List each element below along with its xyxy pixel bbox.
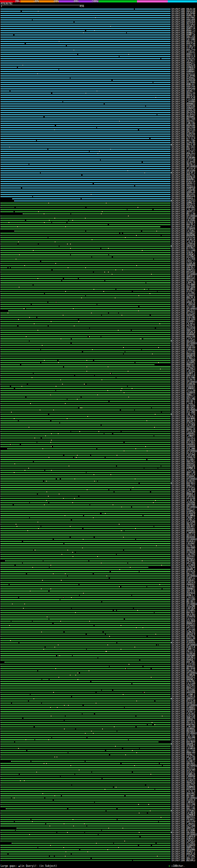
hit-label[interactable]: UniRef100_B9IZT9 [171,40,195,42]
hit-bar[interactable] [1,744,170,745]
hit-label[interactable]: UniRef100_B4FFS2 [171,805,195,808]
hit-bar[interactable] [1,86,170,87]
hit-bar[interactable] [1,798,170,798]
hit-label[interactable]: UniRef100_C0SVW7 [171,542,195,545]
hit-label[interactable]: UniRef100_UPI00019C1F66 [171,538,197,540]
hit-bar[interactable] [1,129,170,130]
hit-bar[interactable] [1,341,170,341]
hit-label[interactable]: UniRef100_Q0JCW3 [171,614,195,616]
hit-label[interactable]: UniRef100_Q8VYN4 [171,504,195,506]
hit-bar[interactable] [1,498,170,499]
hit-label[interactable]: UniRef100_O04892 [171,314,195,316]
hit-bar[interactable] [1,694,170,695]
hit-bar[interactable] [1,420,170,421]
hit-label[interactable]: UniRef100_C5X4L7 [171,402,195,405]
hit-bar[interactable] [1,614,170,615]
hit-label[interactable]: UniRef100_Q9FE39 [171,144,195,146]
hit-label[interactable]: UniRef100_Q9ST91 [171,784,195,786]
hit-label[interactable]: UniRef100_B7FMV2 [171,247,195,249]
hit-bar[interactable] [1,274,170,275]
hit-label[interactable]: UniRef100_Q2V2R5 [171,685,195,687]
hit-label[interactable]: UniRef100_B8BDL3 [171,493,195,495]
hit-bar[interactable] [1,345,170,346]
hit-label[interactable]: UniRef100_B9PW34 [171,176,195,178]
hit-bar[interactable] [1,140,170,141]
hit-bar[interactable] [1,43,170,44]
hit-bar[interactable] [1,851,170,852]
hit-bar[interactable] [1,791,170,792]
hit-bar[interactable] [1,692,170,693]
hit-bar[interactable] [1,97,170,98]
hit-label[interactable]: UniRef100_A9RDE7 [171,659,195,661]
hit-bar[interactable] [1,56,170,57]
hit-bar[interactable] [1,323,170,324]
hit-label[interactable]: UniRef100_A5AEK3 [171,540,195,542]
hit-label[interactable]: UniRef100_O04138 [171,638,195,640]
hit-label[interactable]: UniRef100_B9SJY9 [171,49,195,51]
hit-label[interactable]: UniRef100_UPI00018B39AD [171,575,197,577]
hit-bar[interactable] [1,313,170,313]
hit-bar[interactable] [1,565,170,566]
hit-label[interactable]: UniRef100_B5B3T4 [171,180,195,183]
hit-bar[interactable] [1,190,170,191]
hit-label[interactable]: UniRef100_Q6L5A7 [171,857,195,859]
hit-bar[interactable] [1,427,170,428]
hit-bar[interactable] [1,332,170,333]
hit-bar[interactable] [1,289,170,290]
hit-bar[interactable] [1,752,170,753]
hit-bar[interactable] [1,252,170,253]
hit-label[interactable]: UniRef100_B8AYD1 [171,816,195,818]
hit-label[interactable]: UniRef100_Q2A9X5 [171,426,195,428]
hit-label[interactable]: UniRef100_UPI0001A9915B [171,409,197,411]
hit-bar[interactable] [1,569,170,570]
hit-bar[interactable] [1,34,170,35]
hit-bar[interactable] [1,515,170,516]
hit-label[interactable]: UniRef100_A9TPW5 [171,17,195,19]
hit-label[interactable]: UniRef100_Q7Y0J2 [171,545,195,547]
hit-bar[interactable] [1,159,170,160]
hit-bar[interactable] [1,474,170,475]
hit-bar[interactable] [1,263,170,264]
hit-bar[interactable] [1,543,170,544]
hit-bar[interactable] [1,629,170,630]
hit-label[interactable]: UniRef100_Q8GUF9 [171,633,195,635]
hit-bar[interactable] [1,293,170,294]
hit-bar[interactable] [1,48,170,48]
hit-bar[interactable] [1,606,170,607]
hit-label[interactable]: UniRef100_P52901 [171,842,195,844]
hit-label[interactable]: UniRef100_O82066 [171,831,195,834]
hit-bar[interactable] [1,832,170,833]
hit-bar[interactable] [1,517,170,518]
hit-label[interactable]: UniRef100_Q9SXK3 [171,657,195,659]
hit-bar[interactable] [1,728,170,730]
hit-bar[interactable] [1,349,170,350]
hit-label[interactable]: UniRef100_P14226 [171,777,195,780]
hit-label[interactable]: UniRef100_B9HJ73 [171,53,195,55]
hit-bar[interactable] [1,244,170,245]
hit-bar[interactable] [1,765,170,766]
hit-label[interactable]: UniRef100_A5GZN8 [171,605,195,607]
hit-bar[interactable] [1,640,170,641]
hit-label[interactable]: UniRef100_B6UE06 [171,124,195,127]
hit-label[interactable]: UniRef100_Q27744 [171,749,195,752]
hit-label[interactable]: UniRef100_C4QN71 [171,517,195,519]
hit-bar[interactable] [1,550,170,551]
hit-label[interactable]: UniRef100_A2WPF3 [171,372,195,374]
hit-label[interactable]: UniRef100_Q01516 [171,129,195,131]
hit-bar[interactable] [1,224,170,225]
hit-label[interactable]: UniRef100_C1P7D6 [171,629,195,631]
hit-label[interactable]: UniRef100_Q9AVG2 [171,719,195,721]
hit-label[interactable]: UniRef100_Q6EPN2 [171,793,195,795]
hit-label[interactable]: UniRef100_Q9M631 [171,202,195,204]
hit-bar[interactable] [1,246,170,247]
hit-bar[interactable] [1,278,170,279]
hit-label[interactable]: UniRef100_P51110 [171,390,195,392]
hit-bar[interactable] [5,662,170,662]
hit-bar[interactable] [1,334,170,335]
hit-label[interactable]: UniRef100_P27140 [171,299,195,301]
hit-bar[interactable] [1,625,170,626]
hit-label[interactable]: UniRef100_B7ZYQ3 [171,312,195,314]
hit-label[interactable]: UniRef100_C0QJM8 [171,737,195,739]
hit-bar[interactable] [1,556,170,557]
hit-label[interactable]: UniRef100_B9MF14 [171,34,195,36]
